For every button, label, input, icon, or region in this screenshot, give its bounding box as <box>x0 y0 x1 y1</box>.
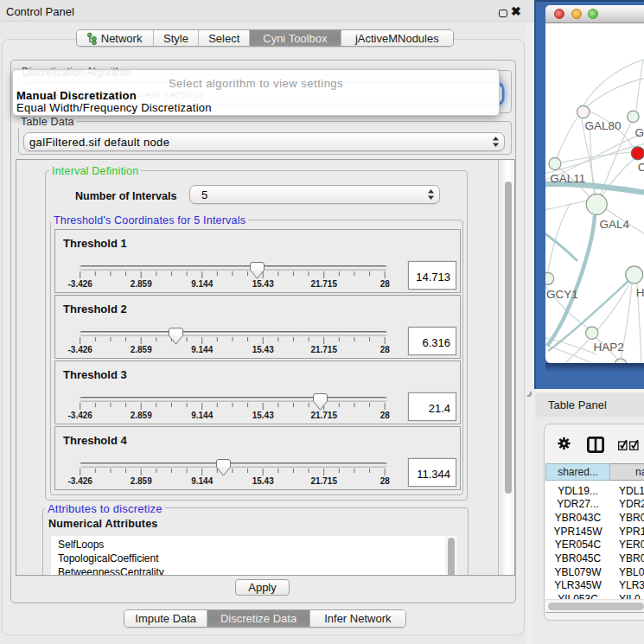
svg-text:GAL80: GAL80 <box>585 119 622 132</box>
svg-text:HAP2: HAP2 <box>593 341 623 354</box>
svg-text:GCY1: GCY1 <box>546 288 578 301</box>
svg-text:GAL11: GAL11 <box>550 172 585 185</box>
svg-text:GA: GA <box>635 126 644 139</box>
svg-text:GAL4: GAL4 <box>599 218 629 231</box>
svg-text:C: C <box>638 161 644 174</box>
svg-text:HI: HI <box>636 286 644 299</box>
